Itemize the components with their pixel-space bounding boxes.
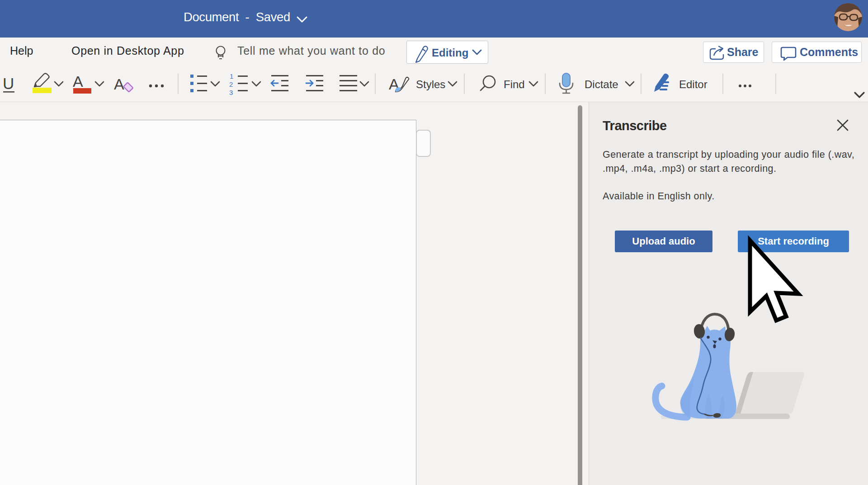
svg-text:2: 2 — [229, 80, 233, 88]
svg-text:U: U — [3, 75, 14, 92]
svg-text:3: 3 — [229, 89, 233, 96]
svg-text:1: 1 — [230, 72, 233, 80]
svg-text:A: A — [73, 73, 83, 90]
svg-text:A: A — [114, 75, 124, 93]
